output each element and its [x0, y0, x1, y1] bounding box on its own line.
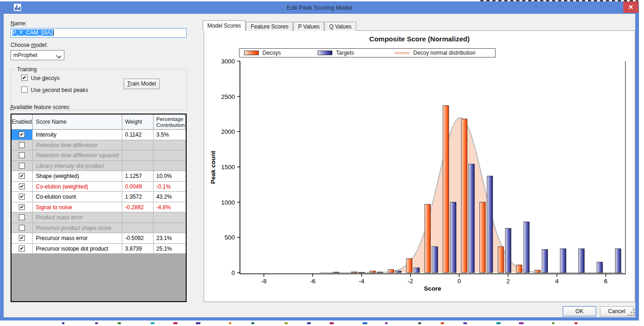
enabled-cell[interactable]: ✔	[11, 192, 33, 202]
score-name-cell: Library intensity dot-product	[33, 161, 122, 172]
table-row[interactable]: ✔Precursor mass error-0.509223.1%	[11, 233, 186, 244]
background-text-fragment	[363, 322, 367, 324]
weight-cell	[122, 140, 154, 151]
percentage-cell: 10.0%	[154, 171, 186, 182]
chart-legend: Decoys Targets Decoy normal distribution	[239, 48, 496, 57]
train-model-button[interactable]: Train Model	[124, 79, 160, 89]
row-checkbox[interactable]	[19, 214, 25, 220]
background-text-fragment	[196, 322, 200, 324]
table-row[interactable]: ✔Shape (weighted)1.125710.0%	[11, 171, 186, 182]
weight-cell	[122, 223, 154, 234]
name-input[interactable]: P_Y_CAM_DIA2	[11, 28, 187, 38]
table-row[interactable]: Precursor-product shape score	[11, 223, 186, 234]
percentage-cell: 3.5%	[154, 130, 186, 140]
tab-q-values[interactable]: Q Values	[325, 22, 356, 31]
header-weight[interactable]: Weight	[122, 114, 154, 130]
enabled-cell[interactable]: ✔	[11, 182, 33, 192]
decoys-legend-label: Decoys	[262, 50, 281, 56]
decoy-normal-distribution-legend-label: Decoy normal distribution	[413, 50, 475, 56]
header-percentage-contribution[interactable]: Percentage Contribution	[154, 114, 186, 130]
row-checkbox[interactable]: ✔	[19, 183, 25, 189]
enabled-cell[interactable]: ✔	[11, 244, 33, 254]
targets-swatch	[318, 51, 332, 55]
score-name-cell: Retention time difference	[33, 140, 122, 151]
ok-button[interactable]: OK	[563, 306, 596, 316]
background-text-fragment	[441, 322, 444, 324]
percentage-cell: 23.1%	[154, 233, 186, 244]
background-text-fragment	[173, 322, 177, 324]
percentage-cell	[154, 223, 186, 234]
resize-grip[interactable]	[628, 309, 635, 318]
row-checkbox[interactable]	[19, 152, 25, 158]
background-clipped-text-bottom	[0, 321, 644, 326]
tab-feature-scores[interactable]: Feature Scores	[246, 22, 293, 31]
percentage-cell	[154, 140, 186, 151]
enabled-cell[interactable]: ✔	[11, 202, 33, 213]
decoy-normal-distribution-swatch	[395, 52, 410, 54]
enabled-cell[interactable]: ✔	[11, 233, 33, 244]
dialog-title[interactable]: Edit Peak Scoring Model	[0, 4, 639, 11]
weight-cell: 1.3572	[122, 192, 154, 202]
row-checkbox[interactable]: ✔	[19, 132, 25, 137]
score-name-cell: Intensity	[33, 130, 122, 140]
enabled-cell[interactable]	[11, 150, 33, 161]
weight-cell: -0.2892	[122, 202, 154, 213]
text-caret	[53, 29, 54, 35]
targets-legend-label: Targets	[336, 50, 354, 56]
model-dropdown[interactable]: mProphet	[11, 50, 64, 60]
table-row[interactable]: Product mass error	[11, 212, 186, 223]
row-checkbox[interactable]: ✔	[19, 204, 25, 210]
background-text-fragment	[552, 322, 554, 324]
table-row[interactable]: ✔Co-elution count1.357243.2%	[11, 192, 186, 202]
weight-cell	[122, 161, 154, 172]
chevron-down-icon	[56, 53, 61, 58]
tab-p-values[interactable]: P Values	[293, 22, 324, 31]
row-checkbox[interactable]: ✔	[19, 194, 25, 200]
percentage-cell	[154, 150, 186, 161]
table-row[interactable]: Retention time difference	[11, 140, 186, 151]
use-second-best-peaks-label: Use second best peaks	[31, 87, 88, 93]
background-text-fragment	[519, 322, 524, 324]
background-text-fragment	[463, 322, 467, 324]
row-checkbox[interactable]	[19, 225, 25, 231]
row-checkbox[interactable]	[19, 163, 25, 169]
use-decoys-checkbox[interactable]: ✔	[21, 74, 28, 81]
use-second-best-peaks-checkbox[interactable]	[21, 86, 28, 93]
percentage-cell	[154, 212, 186, 223]
table-row[interactable]: ✔Intensity0.11423.5%	[11, 130, 186, 140]
table-row[interactable]: ✔Co-elution (weighted)0.0049-0.1%	[11, 182, 186, 192]
enabled-cell[interactable]	[11, 161, 33, 172]
tab-model-scores[interactable]: Model Scores	[203, 20, 245, 31]
weight-cell: 0.0049	[122, 182, 154, 192]
enabled-cell[interactable]	[11, 212, 33, 223]
score-name-cell: Co-elution (weighted)	[33, 182, 122, 192]
percentage-cell: -0.1%	[154, 182, 186, 192]
table-header-row: Enabled Score Name Weight Percentage Con…	[11, 114, 186, 130]
table-row[interactable]: ✔Precursor isotope dot product3.873925.1…	[11, 244, 186, 254]
enabled-cell[interactable]: ✔	[11, 130, 33, 140]
enabled-cell[interactable]	[11, 140, 33, 151]
background-text-fragment	[496, 322, 501, 324]
feature-score-table: Enabled Score Name Weight Percentage Con…	[11, 114, 187, 302]
score-name-cell: Retention time difference squared	[33, 150, 122, 161]
score-name-cell: Precursor isotope dot product	[33, 244, 122, 254]
decoys-swatch	[244, 51, 259, 55]
table-row[interactable]: ✔Signal to noise-0.2892-4.8%	[11, 202, 186, 213]
header-enabled[interactable]: Enabled	[11, 114, 33, 130]
background-text-fragment	[575, 322, 577, 324]
table-row[interactable]: Library intensity dot-product	[11, 161, 186, 172]
close-button[interactable]: ✕	[623, 1, 638, 13]
enabled-cell[interactable]: ✔	[11, 171, 33, 182]
weight-cell: 3.8739	[122, 244, 154, 254]
row-checkbox[interactable]: ✔	[19, 173, 25, 179]
row-checkbox[interactable]: ✔	[19, 246, 25, 252]
name-label: Name:	[11, 20, 27, 27]
background-text-fragment	[251, 322, 254, 324]
background-text-fragment	[151, 322, 154, 324]
header-score-name[interactable]: Score Name	[33, 114, 122, 130]
row-checkbox[interactable]	[19, 142, 25, 148]
selected-text: P_Y_CAM_DIA2	[12, 29, 53, 36]
enabled-cell[interactable]	[11, 223, 33, 234]
row-checkbox[interactable]: ✔	[19, 235, 25, 241]
table-row[interactable]: Retention time difference squared	[11, 150, 186, 161]
